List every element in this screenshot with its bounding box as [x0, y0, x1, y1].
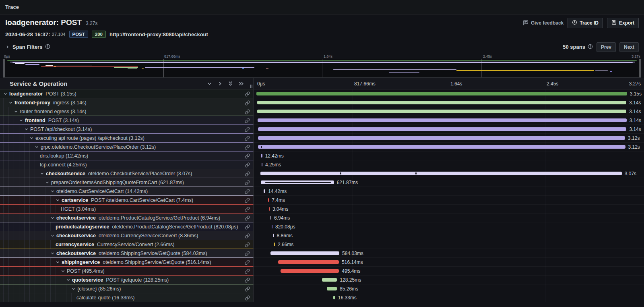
span-duration-bar[interactable]: [333, 296, 335, 299]
span-link-icon[interactable]: [245, 189, 250, 196]
span-bar-cell[interactable]: 128.25ms: [254, 276, 644, 284]
span-link-icon[interactable]: [245, 268, 250, 276]
span-duration-bar[interactable]: [258, 118, 627, 122]
span-name-cell[interactable]: {closure} (85.26ms): [0, 284, 254, 293]
expand-one-level-icon[interactable]: [207, 81, 212, 86]
collapse-chevron-icon[interactable]: [50, 251, 55, 255]
collapse-chevron-icon[interactable]: [35, 145, 39, 149]
span-bar-cell[interactable]: 3.12s: [254, 143, 644, 151]
collapse-chevron-icon[interactable]: [24, 127, 29, 131]
collapse-chevron-icon[interactable]: [50, 216, 55, 220]
span-link-icon[interactable]: [245, 162, 250, 169]
span-bar-cell[interactable]: 2.66ms: [254, 240, 644, 249]
span-bar-cell[interactable]: 12.42ms: [254, 151, 644, 160]
span-link-icon[interactable]: [245, 144, 250, 151]
span-duration-bar[interactable]: [269, 207, 270, 211]
column-resize-handle[interactable]: [250, 85, 252, 88]
span-name-cell[interactable]: shippingserviceoteldemo.ShippingService/…: [0, 258, 254, 267]
info-icon[interactable]: [588, 44, 593, 50]
span-name-cell[interactable]: grpc.oteldemo.CheckoutService/PlaceOrder…: [0, 143, 254, 151]
span-duration-bar[interactable]: [260, 172, 622, 175]
span-link-icon[interactable]: [245, 251, 250, 258]
span-link-icon[interactable]: [245, 224, 250, 231]
trace-minimap[interactable]: 0μs817.66ms1.64s2.45s3.27s: [0, 54, 644, 78]
collapse-chevron-icon[interactable]: [56, 260, 60, 264]
span-duration-bar[interactable]: [270, 216, 271, 220]
span-link-icon[interactable]: [245, 127, 250, 134]
span-bar-cell[interactable]: 8.86ms: [254, 231, 644, 240]
span-duration-bar[interactable]: [270, 251, 339, 255]
collapse-chevron-icon[interactable]: [3, 91, 8, 96]
span-duration-bar[interactable]: [261, 180, 334, 184]
collapse-chevron-icon[interactable]: [29, 136, 34, 140]
span-duration-bar[interactable]: [273, 234, 274, 237]
info-icon[interactable]: [45, 44, 50, 51]
span-name-cell[interactable]: quoteservicePOST /getquote (128.25ms): [0, 276, 254, 284]
span-link-icon[interactable]: [245, 180, 250, 187]
collapse-chevron-icon[interactable]: [56, 198, 60, 202]
span-bar-cell[interactable]: 584.03ms: [254, 249, 644, 258]
span-duration-bar[interactable]: [258, 136, 625, 140]
span-filters-toggle[interactable]: Span Filters: [5, 44, 50, 51]
span-duration-bar[interactable]: [264, 189, 265, 193]
span-bar-cell[interactable]: 3.12s: [254, 134, 644, 143]
span-duration-bar[interactable]: [261, 154, 262, 158]
prev-span-button[interactable]: Prev: [597, 42, 616, 52]
span-link-icon[interactable]: [245, 100, 250, 107]
span-link-icon[interactable]: [245, 286, 250, 293]
span-link-icon[interactable]: [245, 109, 250, 116]
span-duration-bar[interactable]: [257, 101, 627, 104]
span-bar-cell[interactable]: 621.87ms: [254, 178, 644, 187]
span-link-icon[interactable]: [245, 206, 250, 214]
span-duration-bar[interactable]: [262, 163, 262, 166]
collapse-chevron-icon[interactable]: [45, 180, 50, 185]
span-name-cell[interactable]: frontendPOST (3.14s): [0, 116, 254, 125]
span-link-icon[interactable]: [245, 215, 250, 222]
span-link-icon[interactable]: [245, 277, 250, 284]
span-name-cell[interactable]: loadgeneratorPOST (3.15s): [0, 89, 254, 98]
span-duration-bar[interactable]: [327, 287, 337, 290]
span-duration-bar[interactable]: [274, 243, 275, 246]
span-bar-cell[interactable]: 85.26ms: [254, 284, 644, 293]
span-link-icon[interactable]: [245, 171, 250, 178]
collapse-chevron-icon[interactable]: [40, 171, 44, 176]
span-bar-cell[interactable]: 820.08μs: [254, 222, 644, 231]
give-feedback-button[interactable]: Give feedback: [523, 20, 564, 27]
expand-all-icon[interactable]: [228, 81, 233, 87]
span-bar-cell[interactable]: 14.42ms: [254, 187, 644, 196]
span-name-cell[interactable]: POST (495.4ms): [0, 267, 254, 276]
span-link-icon[interactable]: [245, 242, 250, 249]
span-duration-bar[interactable]: [257, 110, 626, 113]
span-name-cell[interactable]: frontend-proxyingress (3.14s): [0, 98, 254, 107]
span-bar-cell[interactable]: 516.14ms: [254, 258, 644, 267]
span-name-cell[interactable]: HGET (3.04ms): [0, 205, 254, 214]
collapse-chevron-icon[interactable]: [8, 100, 13, 105]
span-name-cell[interactable]: checkoutserviceoteldemo.ShippingService/…: [0, 249, 254, 258]
minimap-left-handle[interactable]: [4, 59, 4, 77]
span-name-cell[interactable]: tcp.connect (4.25ms): [0, 160, 254, 169]
span-duration-bar[interactable]: [256, 92, 627, 95]
span-name-cell[interactable]: prepareOrderItemsAndShippingQuoteFromCar…: [0, 178, 254, 187]
span-link-icon[interactable]: [245, 153, 250, 160]
span-link-icon[interactable]: [245, 233, 250, 240]
span-bar-cell[interactable]: 16.33ms: [254, 293, 644, 302]
span-name-cell[interactable]: currencyserviceCurrencyService/Convert (…: [0, 240, 254, 249]
minimap-right-handle[interactable]: [640, 59, 640, 77]
span-name-cell[interactable]: productcatalogserviceoteldemo.ProductCat…: [0, 222, 254, 231]
span-link-icon[interactable]: [245, 197, 250, 205]
collapse-chevron-icon[interactable]: [71, 286, 76, 291]
span-bar-cell[interactable]: 3.15s: [254, 89, 644, 98]
trace-id-button[interactable]: Trace ID: [568, 18, 603, 28]
span-bar-cell[interactable]: 3.14s: [254, 116, 644, 125]
span-name-cell[interactable]: calculate-quote (16.33ms): [0, 293, 254, 302]
span-duration-bar[interactable]: [278, 260, 339, 264]
span-duration-bar[interactable]: [268, 198, 269, 202]
span-name-cell[interactable]: cartservicePOST /oteldemo.CartService/Ge…: [0, 196, 254, 205]
span-name-cell[interactable]: checkoutserviceoteldemo.CheckoutService/…: [0, 169, 254, 178]
collapse-chevron-icon[interactable]: [66, 278, 70, 282]
span-name-cell[interactable]: checkoutserviceoteldemo.ProductCatalogSe…: [0, 214, 254, 222]
collapse-all-icon[interactable]: [238, 81, 244, 86]
span-link-icon[interactable]: [245, 91, 250, 98]
span-bar-cell[interactable]: 3.14s: [254, 107, 644, 116]
collapse-chevron-icon[interactable]: [50, 233, 55, 238]
